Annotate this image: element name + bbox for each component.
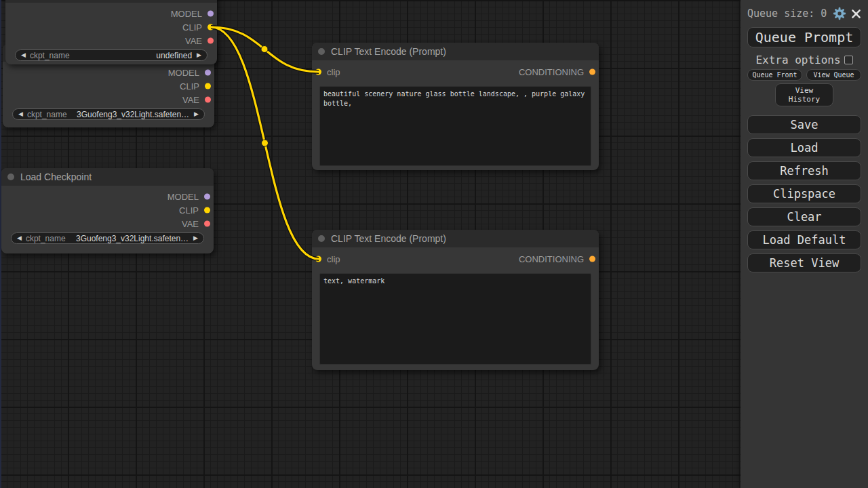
sidebar-menu: Queue size: 0 Que [741, 0, 868, 488]
combo-left-arrow-icon[interactable]: ◀ [18, 111, 23, 117]
model-output-dot[interactable] [205, 70, 211, 76]
queue-front-button[interactable]: Queue Front [747, 69, 802, 81]
widget-label: ckpt_name [26, 234, 66, 243]
input-slot-label: clip [327, 254, 340, 264]
node-title: CLIP Text Encode (Prompt) [331, 233, 446, 244]
reset-view-button[interactable]: Reset View [747, 253, 861, 272]
node-title: Load Checkpoint [20, 171, 92, 182]
vae-output-dot[interactable] [204, 221, 210, 227]
collapse-dot-icon[interactable] [318, 48, 325, 55]
conditioning-output-dot[interactable] [589, 69, 595, 75]
clear-button[interactable]: Clear [747, 207, 861, 226]
widget-value: 3Guofeng3_v32Light.safeten… [76, 234, 189, 243]
close-icon[interactable] [851, 9, 861, 19]
node-title-bar[interactable]: Load Checkpoint [1, 168, 214, 186]
queue-buttons-row: Queue Front View Queue [747, 69, 861, 81]
collapse-dot-icon[interactable] [318, 235, 325, 242]
link-midpoint-dot [261, 46, 268, 53]
load-button[interactable]: Load [747, 138, 861, 157]
vae-output-dot[interactable] [205, 97, 211, 103]
combo-right-arrow-icon[interactable]: ▶ [197, 52, 201, 58]
combo-right-arrow-icon[interactable]: ▶ [193, 235, 198, 241]
link-wire [211, 27, 319, 72]
node-title-bar[interactable]: CLIP Text Encode (Prompt) [312, 43, 599, 60]
output-slot-label: VAE [182, 219, 199, 229]
node-title: CLIP Text Encode (Prompt) [331, 46, 446, 57]
widget-value: undefined [156, 51, 192, 60]
output-slot-label: CLIP [179, 205, 199, 216]
ckpt-name-combo-widget[interactable]: ◀ ckpt_name 3Guofeng3_v32Light.safeten… … [11, 232, 204, 244]
output-slot-label: VAE [185, 36, 202, 46]
clipspace-button[interactable]: Clipspace [747, 184, 861, 203]
extra-options-checkbox[interactable] [844, 56, 853, 64]
view-queue-button[interactable]: View Queue [806, 69, 861, 81]
clip-output-dot[interactable] [208, 24, 214, 30]
output-slot-row: MODEL [1, 190, 214, 203]
combo-right-arrow-icon[interactable]: ▶ [194, 111, 199, 117]
extra-options-label: Extra options [755, 54, 840, 66]
output-slot-label: CONDITIONING [519, 254, 584, 264]
link-midpoint-dot [262, 140, 269, 146]
output-slot-label: MODEL [168, 68, 199, 78]
output-slot-row: VAE [5, 34, 217, 47]
widget-label: ckpt_name [27, 110, 67, 119]
widget-label: ckpt_name [30, 51, 70, 60]
ckpt-name-combo-widget[interactable]: ◀ ckpt_name undefined ▶ [15, 49, 208, 61]
output-slot-row: CLIP [3, 79, 214, 93]
save-button[interactable]: Save [747, 115, 861, 134]
combo-left-arrow-icon[interactable]: ◀ [17, 235, 22, 241]
positive-prompt-textarea[interactable]: beautiful scenery nature glass bottle la… [319, 86, 591, 166]
refresh-button[interactable]: Refresh [747, 161, 861, 180]
vae-output-dot[interactable] [208, 38, 214, 44]
load-checkpoint-node-top[interactable]: MODEL CLIP VAE ◀ ckpt_name undefined ▶ [5, 0, 217, 64]
clip-text-encode-positive-node[interactable]: CLIP Text Encode (Prompt) clip CONDITION… [312, 43, 599, 170]
queue-prompt-button[interactable]: Queue Prompt [747, 27, 861, 47]
output-slot-label: CLIP [182, 22, 202, 33]
input-slot-label: clip [327, 67, 340, 77]
slot-row: clip CONDITIONING [312, 65, 599, 79]
output-slot-row: MODEL [3, 66, 214, 79]
output-slot-row: VAE [1, 217, 214, 230]
ckpt-name-combo-widget[interactable]: ◀ ckpt_name 3Guofeng3_v32Light.safeten… … [12, 108, 205, 120]
clip-input-dot[interactable] [315, 69, 321, 75]
output-slot-label: CONDITIONING [519, 67, 584, 77]
graph-canvas[interactable]: MODEL CLIP VAE ◀ ckpt_name 3Guofeng3_v32… [0, 0, 741, 488]
node-title-bar[interactable] [5, 0, 217, 3]
slot-row: clip CONDITIONING [312, 252, 599, 266]
output-slot-label: CLIP [180, 81, 199, 92]
output-slot-label: VAE [182, 95, 199, 105]
output-slot-label: MODEL [167, 192, 199, 202]
queue-size-label: Queue size: 0 [747, 7, 828, 20]
widget-value: 3Guofeng3_v32Light.safeten… [77, 110, 189, 119]
settings-gear-icon[interactable] [833, 7, 846, 20]
clip-output-dot[interactable] [205, 83, 211, 89]
load-checkpoint-node-bottom[interactable]: Load Checkpoint MODEL CLIP VAE ◀ ckpt_na… [1, 168, 214, 253]
output-slot-row: CLIP [5, 20, 217, 34]
conditioning-output-dot[interactable] [589, 256, 595, 262]
clip-input-dot[interactable] [315, 256, 321, 262]
comfyui-app: MODEL CLIP VAE ◀ ckpt_name 3Guofeng3_v32… [0, 0, 868, 488]
view-history-button[interactable]: View History [775, 83, 833, 106]
node-title-bar[interactable]: CLIP Text Encode (Prompt) [312, 230, 599, 247]
clip-text-encode-negative-node[interactable]: CLIP Text Encode (Prompt) clip CONDITION… [312, 230, 599, 370]
output-slot-row: CLIP [1, 203, 214, 217]
menu-header: Queue size: 0 [747, 0, 861, 27]
output-slot-row: MODEL [5, 7, 217, 20]
extra-options-row: Extra options [747, 54, 861, 66]
model-output-dot[interactable] [204, 194, 210, 200]
output-slot-row: VAE [3, 93, 214, 106]
load-default-button[interactable]: Load Default [747, 230, 861, 249]
collapse-dot-icon[interactable] [7, 174, 14, 180]
model-output-dot[interactable] [208, 11, 214, 17]
clip-output-dot[interactable] [204, 207, 210, 214]
combo-left-arrow-icon[interactable]: ◀ [21, 52, 26, 58]
link-wire [211, 27, 319, 259]
output-slot-label: MODEL [171, 9, 202, 19]
negative-prompt-textarea[interactable]: text, watermark [319, 273, 591, 365]
